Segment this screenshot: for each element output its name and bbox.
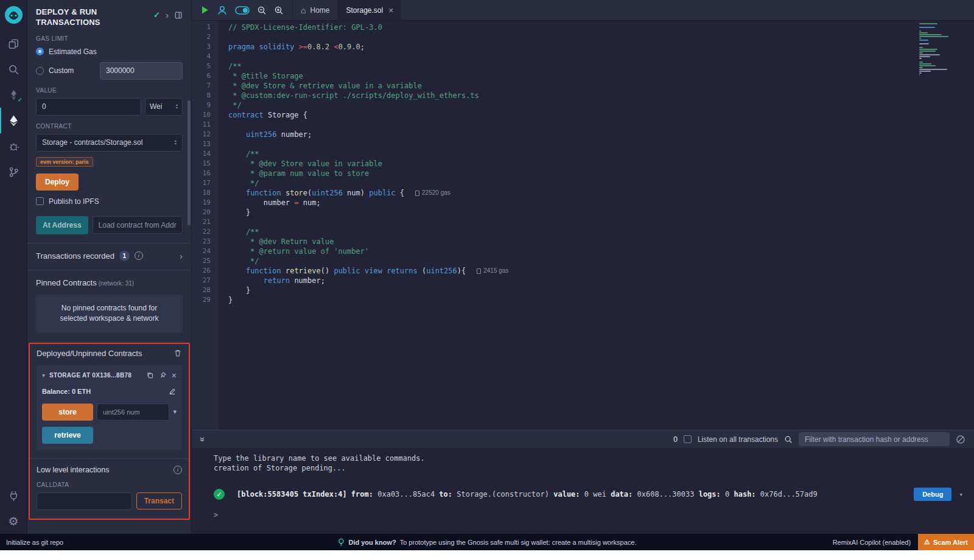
close-tab-icon[interactable]: × — [388, 5, 393, 15]
value-input[interactable] — [36, 98, 141, 116]
transact-button[interactable]: Transact — [136, 492, 182, 509]
code-line[interactable]: 3pragma solidity >=0.8.2 <0.9.0; — [192, 42, 974, 52]
custom-gas-radio[interactable] — [36, 67, 44, 75]
code-line[interactable]: 6 * @title Storage — [192, 71, 974, 81]
store-argument-input[interactable] — [97, 404, 169, 421]
code-line[interactable]: 27 return number; — [192, 276, 974, 285]
collapse-terminal-icon[interactable]: » — [198, 437, 208, 442]
code-line[interactable]: 20 } — [192, 208, 974, 217]
code-line[interactable]: 29} — [192, 295, 974, 305]
terminal[interactable]: Type the library name to see available c… — [192, 448, 974, 534]
publish-ipfs-row[interactable]: Publish to IPFS — [36, 197, 183, 206]
code-line[interactable]: 17 */ — [192, 178, 974, 188]
calldata-input[interactable] — [37, 492, 132, 510]
pin-contract-icon[interactable] — [159, 371, 167, 379]
code-line[interactable]: 15 * @dev Store value in variable — [192, 159, 974, 169]
settings-gear-icon[interactable]: ⚙ — [0, 508, 27, 534]
tab-home[interactable]: ⌂ Home — [292, 0, 337, 20]
terminal-prompt[interactable]: > — [214, 511, 974, 519]
code-line[interactable]: 25 */ — [192, 256, 974, 266]
contract-balance-label: Balance: 0 ETH — [42, 388, 91, 395]
code-line[interactable]: 19 number = num; — [192, 198, 974, 208]
code-line[interactable]: 26 function retrieve() public view retur… — [192, 266, 974, 276]
filter-input[interactable] — [799, 432, 950, 446]
listen-all-checkbox[interactable] — [684, 435, 692, 443]
terminal-search-icon[interactable] — [784, 435, 793, 444]
contract-select[interactable]: Storage - contracts/Storage.sol ▴▾ — [36, 134, 183, 152]
at-address-button[interactable]: At Address — [36, 216, 88, 234]
remix-logo[interactable] — [4, 5, 24, 25]
expand-args-icon[interactable]: ▾ — [173, 408, 177, 416]
git-init-button[interactable]: Initialize as git repo — [6, 539, 63, 546]
code-line[interactable]: 9 */ — [192, 100, 974, 110]
code-line[interactable]: 13 — [192, 139, 974, 149]
code-line[interactable]: 16 * @param num value to store — [192, 169, 974, 178]
remix-ide-window: ✓ ⚙ DEPLOY & RUN TRANSACTIONS ✓ › — [0, 0, 974, 534]
transaction-log-entry[interactable]: ✓ [block:5583405 txIndex:4] from: 0xa03.… — [214, 488, 974, 501]
gas-limit-label: GAS LIMIT — [36, 35, 183, 42]
remove-contract-icon[interactable]: × — [172, 371, 177, 380]
expand-transactions-icon[interactable]: › — [180, 251, 183, 261]
network-id-label: (network: 31) — [99, 280, 134, 287]
code-line[interactable]: 18 function store(uint256 num) public {2… — [192, 188, 974, 198]
run-script-play-icon[interactable] — [200, 5, 209, 15]
copilot-status[interactable]: RemixAI Copilot (enabled) — [833, 539, 911, 546]
info-icon[interactable]: i — [173, 466, 182, 474]
code-editor[interactable]: 1// SPDX-License-Identifier: GPL-3.023pr… — [192, 21, 974, 430]
remixai-assistant-icon[interactable] — [217, 5, 228, 16]
retrieve-function-button[interactable]: retrieve — [42, 427, 93, 444]
copy-address-icon[interactable] — [146, 371, 154, 379]
plugin-manager-icon[interactable] — [0, 483, 27, 508]
at-address-input[interactable] — [93, 216, 183, 234]
code-line[interactable]: 5/** — [192, 61, 974, 71]
deploy-button[interactable]: Deploy — [36, 173, 79, 191]
store-function-button[interactable]: store — [42, 404, 93, 421]
code-line[interactable]: 10contract Storage { — [192, 110, 974, 120]
estimated-gas-radio[interactable]: Estimated Gas — [36, 47, 183, 56]
debugger-icon[interactable] — [0, 133, 27, 159]
info-icon[interactable]: i — [135, 251, 143, 260]
chevron-down-icon[interactable]: ▾ — [42, 372, 45, 379]
calldata-label: CALLDATA — [37, 481, 182, 488]
search-icon[interactable] — [0, 57, 27, 82]
panel-scrollbar[interactable] — [187, 100, 191, 225]
code-line[interactable]: 14 /** — [192, 149, 974, 159]
listen-all-label: Listen on all transactions — [698, 435, 778, 444]
code-line[interactable]: 4 — [192, 52, 974, 61]
code-line[interactable]: 1// SPDX-License-Identifier: GPL-3.0 — [192, 23, 974, 32]
value-unit-select[interactable]: Wei ▴▾ — [145, 98, 183, 116]
copilot-toggle[interactable] — [235, 6, 250, 15]
code-line[interactable]: 24 * @return value of 'number' — [192, 247, 974, 256]
code-line[interactable]: 7 * @dev Store & retrieve value in a var… — [192, 81, 974, 91]
scam-alert-button[interactable]: ⚠ Scam Alert — [918, 534, 974, 550]
editor-minimap[interactable] — [919, 23, 968, 76]
terminal-toolbar: » 0 Listen on all transactions — [192, 430, 974, 448]
publish-ipfs-checkbox[interactable] — [36, 197, 44, 205]
custom-gas-input[interactable] — [100, 62, 183, 80]
zoom-in-icon[interactable] — [274, 5, 284, 15]
zoom-out-icon[interactable] — [257, 5, 267, 15]
file-explorer-icon[interactable] — [0, 31, 27, 57]
code-line[interactable]: 21 — [192, 217, 974, 227]
code-line[interactable]: 2 — [192, 32, 974, 42]
expand-panel-icon[interactable]: › — [166, 10, 169, 20]
expand-tx-icon[interactable]: ▾ — [959, 491, 963, 499]
gas-icon — [477, 268, 481, 274]
edit-balance-icon[interactable] — [168, 387, 177, 396]
solidity-compiler-icon[interactable]: ✓ — [0, 82, 27, 108]
icon-rail: ✓ ⚙ — [0, 0, 27, 534]
code-line[interactable]: 23 * @dev Return value — [192, 237, 974, 247]
pin-panel-icon[interactable] — [174, 11, 183, 19]
code-line[interactable]: 12 uint256 number; — [192, 130, 974, 139]
trash-icon[interactable] — [173, 349, 182, 357]
debug-button[interactable]: Debug — [914, 488, 951, 501]
git-branch-icon[interactable] — [0, 159, 27, 184]
deploy-run-icon[interactable] — [0, 108, 27, 133]
code-line[interactable]: 28 } — [192, 285, 974, 295]
code-line[interactable]: 8 * @custom:dev-run-script ./scripts/dep… — [192, 91, 974, 100]
clear-console-icon[interactable] — [956, 435, 965, 444]
tab-storage-sol[interactable]: Storage.sol × — [337, 0, 401, 20]
code-line[interactable]: 11 — [192, 120, 974, 130]
estimated-gas-label: Estimated Gas — [49, 47, 97, 56]
code-line[interactable]: 22 /** — [192, 227, 974, 237]
